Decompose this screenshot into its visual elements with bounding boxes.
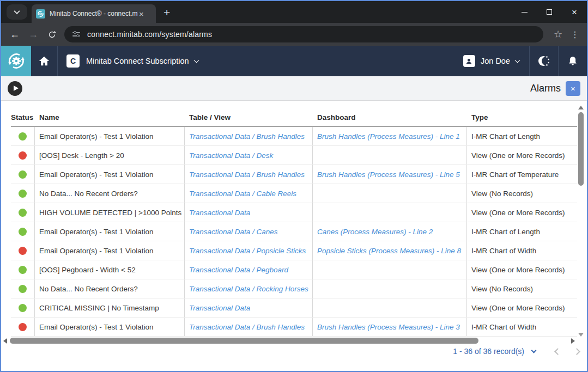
table-view-cell: Transactional Data: [185, 298, 313, 317]
alarm-type: View (One or More Records): [471, 151, 565, 160]
table-view-link[interactable]: Transactional Data / Desk: [189, 151, 273, 160]
dashboard-cell: [313, 260, 467, 279]
vertical-scroll-thumb[interactable]: [578, 112, 584, 186]
minimize-button[interactable]: [512, 1, 537, 23]
table-row[interactable]: [OOS] Pegboard - Width < 52 Transactiona…: [11, 260, 577, 279]
name-cell: No Data... No Recent Orders?: [35, 279, 185, 298]
forward-button[interactable]: →: [24, 25, 43, 44]
alarm-type: I-MR Chart of Length: [471, 132, 540, 141]
status-cell: [11, 318, 35, 336]
scroll-up-icon[interactable]: [578, 106, 584, 109]
tab-search-button[interactable]: [7, 4, 27, 20]
alarm-type: I-MR Chart of Temperature: [471, 170, 559, 179]
table-view-link[interactable]: Transactional Data / Popsicle Sticks: [189, 247, 306, 255]
table-row[interactable]: Email Operator(s) - Test 1 Violation Tra…: [11, 165, 577, 184]
favicon-swirl-icon: [37, 10, 44, 17]
back-button[interactable]: ←: [5, 25, 24, 44]
alarm-name: [OOS] Desk - Length > 20: [39, 151, 124, 160]
next-page-icon[interactable]: [573, 348, 580, 355]
new-tab-button[interactable]: +: [163, 7, 170, 18]
maximize-icon: [547, 9, 552, 15]
status-dot: [19, 151, 27, 160]
table-view-link[interactable]: Transactional Data / Rocking Horses: [189, 285, 308, 293]
type-cell: I-MR Chart of Width: [467, 318, 577, 336]
column-header-table-view[interactable]: Table / View: [185, 111, 313, 126]
table-row[interactable]: Email Operator(s) - Test 1 Violation Tra…: [11, 127, 577, 146]
scheduler-button[interactable]: [530, 46, 558, 76]
panel-close-button[interactable]: ×: [566, 81, 580, 96]
table-row[interactable]: No Data... No Recent Orders? Transaction…: [11, 279, 577, 298]
name-cell: Email Operator(s) - Test 1 Violation: [35, 127, 185, 145]
browser-menu-icon[interactable]: ⋮: [567, 29, 583, 40]
dashboard-link[interactable]: Popsicle Sticks (Process Measures) - Lin…: [317, 247, 461, 255]
table-row[interactable]: Email Operator(s) - Test 1 Violation Tra…: [11, 222, 577, 241]
scroll-left-icon[interactable]: [3, 338, 7, 344]
status-cell: [11, 127, 35, 145]
table-view-link[interactable]: Transactional Data / Canes: [189, 228, 278, 236]
table-view-link[interactable]: Transactional Data / Brush Handles: [189, 170, 305, 179]
table-view-link[interactable]: Transactional Data: [189, 209, 250, 217]
name-cell: [OOS] Desk - Length > 20: [35, 146, 185, 164]
page-size-dropdown-icon[interactable]: [531, 347, 537, 353]
alarm-type: View (One or More Records): [471, 209, 565, 217]
chevron-down-icon: [14, 8, 20, 14]
table-row[interactable]: [OOS] Desk - Length > 20 Transactional D…: [11, 146, 577, 165]
name-cell: Email Operator(s) - Test 1 Violation: [35, 165, 185, 184]
pagination: 1 - 36 of 36 record(s): [453, 347, 579, 356]
dashboard-cell: [313, 279, 467, 298]
subscription-switcher[interactable]: C Minitab Connect Subscription: [58, 46, 207, 76]
home-button[interactable]: [31, 46, 57, 76]
type-cell: View (One or More Records): [467, 260, 577, 279]
table-row[interactable]: HIGH VOLUME DETECTED | >1000 Points Tran…: [11, 203, 577, 222]
name-cell: No Data... No Recent Orders?: [35, 184, 185, 203]
appbar-left-group: C Minitab Connect Subscription: [31, 46, 207, 76]
url-text[interactable]: connect.minitab.com/system/alarms: [87, 30, 212, 39]
close-window-button[interactable]: ×: [562, 1, 587, 23]
column-header-dashboard[interactable]: Dashboard: [313, 111, 467, 126]
scroll-right-icon[interactable]: [571, 338, 575, 344]
column-header-status[interactable]: Status: [11, 111, 35, 126]
user-menu[interactable]: Jon Doe: [453, 46, 529, 76]
table-view-link[interactable]: Transactional Data / Brush Handles: [189, 132, 305, 141]
tab-close-icon[interactable]: ×: [139, 10, 144, 18]
table-row[interactable]: CRITICAL MISSING | No Timestamp Transact…: [11, 298, 577, 318]
table-view-cell: Transactional Data / Rocking Horses: [185, 279, 313, 298]
record-count: 1 - 36 of 36 record(s): [453, 347, 524, 356]
table-view-link[interactable]: Transactional Data / Pegboard: [189, 266, 288, 274]
user-name: Jon Doe: [481, 57, 510, 65]
appbar-right-group: Jon Doe: [453, 46, 587, 76]
table-row[interactable]: Email Operator(s) - Test 1 Violation Tra…: [11, 241, 577, 260]
scroll-down-icon[interactable]: [578, 333, 584, 337]
status-cell: [11, 241, 35, 260]
alarms-content: Status Name Table / View Dashboard Type …: [1, 101, 587, 369]
alarm-type: View (One or More Records): [471, 304, 565, 312]
horizontal-scrollbar[interactable]: [1, 337, 577, 345]
maximize-button[interactable]: [537, 1, 562, 23]
status-dot: [19, 304, 27, 312]
table-view-link[interactable]: Transactional Data: [189, 304, 250, 312]
dashboard-link[interactable]: Canes (Process Measures) - Line 2: [317, 228, 433, 236]
table-view-link[interactable]: Transactional Data / Brush Handles: [189, 323, 305, 331]
table-row[interactable]: No Data... No Recent Orders? Transaction…: [11, 184, 577, 203]
reload-button[interactable]: [43, 25, 61, 44]
dashboard-cell: [313, 298, 467, 317]
minitab-connect-logo[interactable]: [1, 46, 31, 76]
table-view-link[interactable]: Transactional Data / Cable Reels: [189, 190, 296, 198]
previous-page-icon[interactable]: [554, 348, 561, 355]
dashboard-link[interactable]: Brush Handles (Process Measures) - Line …: [317, 170, 460, 179]
dashboard-link[interactable]: Brush Handles (Process Measures) - Line …: [317, 323, 460, 331]
play-button[interactable]: [8, 81, 22, 96]
dashboard-cell: Popsicle Sticks (Process Measures) - Lin…: [313, 241, 467, 260]
notifications-button[interactable]: [559, 46, 587, 76]
address-bar[interactable]: connect.minitab.com/system/alarms: [64, 26, 543, 42]
horizontal-scroll-thumb[interactable]: [10, 338, 478, 344]
column-header-name[interactable]: Name: [35, 111, 185, 126]
dashboard-link[interactable]: Brush Handles (Process Measures) - Line …: [317, 132, 460, 141]
table-row[interactable]: Email Operator(s) - Test 1 Violation Tra…: [11, 318, 577, 337]
bookmark-star-icon[interactable]: ☆: [549, 28, 567, 40]
vertical-scrollbar[interactable]: [577, 105, 585, 338]
browser-tab[interactable]: Minitab Connect® - connect.mi ×: [32, 4, 156, 23]
column-header-type[interactable]: Type: [467, 111, 577, 126]
subscription-badge: C: [66, 54, 80, 68]
site-settings-icon[interactable]: [72, 30, 81, 39]
